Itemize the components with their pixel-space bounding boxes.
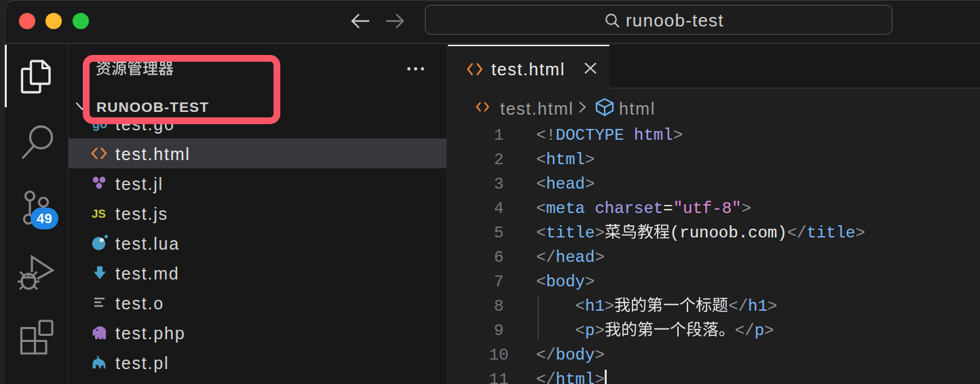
svg-text:JS: JS (92, 208, 106, 220)
